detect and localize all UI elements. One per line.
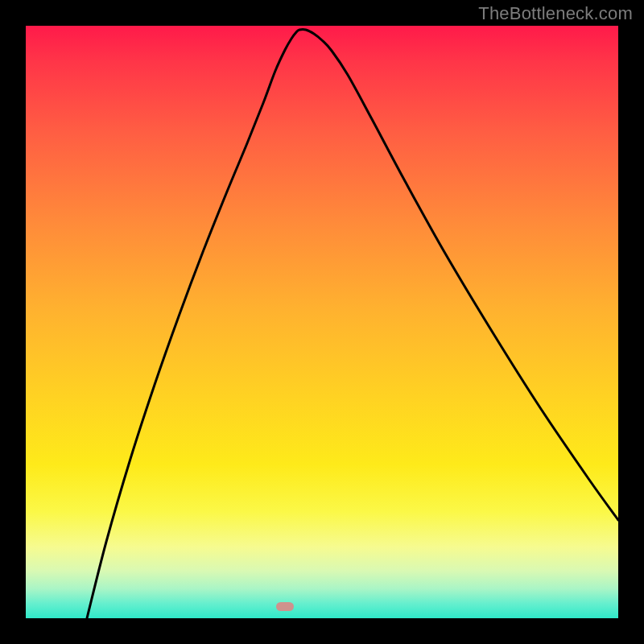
curve-min-marker xyxy=(276,602,294,611)
watermark-text: TheBottleneck.com xyxy=(478,3,633,24)
bottleneck-curve xyxy=(26,26,618,618)
plot-area xyxy=(26,26,618,618)
chart-frame: TheBottleneck.com xyxy=(0,0,644,644)
